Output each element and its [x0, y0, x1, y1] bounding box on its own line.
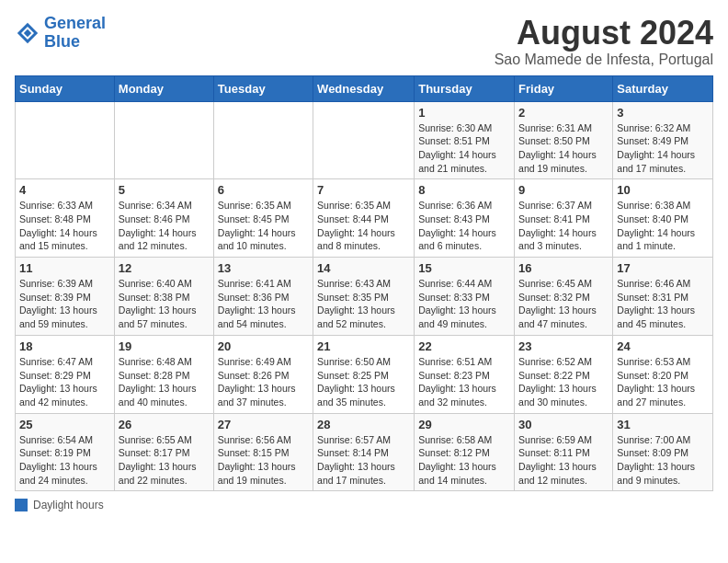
day-info: Sunrise: 6:55 AM Sunset: 8:17 PM Dayligh…: [119, 433, 210, 488]
day-info: Sunrise: 6:39 AM Sunset: 8:39 PM Dayligh…: [19, 277, 110, 331]
day-cell: 16Sunrise: 6:45 AM Sunset: 8:32 PM Dayli…: [515, 258, 613, 336]
day-cell: 21Sunrise: 6:50 AM Sunset: 8:25 PM Dayli…: [313, 335, 415, 413]
day-number: 12: [119, 261, 210, 275]
day-info: Sunrise: 6:56 AM Sunset: 8:15 PM Dayligh…: [218, 433, 309, 488]
day-info: Sunrise: 6:50 AM Sunset: 8:25 PM Dayligh…: [317, 355, 410, 409]
day-number: 24: [617, 339, 709, 353]
day-cell: [114, 101, 213, 179]
day-number: 10: [617, 183, 709, 197]
day-cell: 11Sunrise: 6:39 AM Sunset: 8:39 PM Dayli…: [16, 258, 115, 336]
day-info: Sunrise: 6:51 AM Sunset: 8:23 PM Dayligh…: [418, 355, 510, 409]
day-info: Sunrise: 7:00 AM Sunset: 8:09 PM Dayligh…: [617, 433, 709, 488]
logo-line2: Blue: [44, 33, 106, 52]
logo: General Blue: [15, 15, 106, 52]
day-info: Sunrise: 6:34 AM Sunset: 8:46 PM Dayligh…: [119, 199, 210, 253]
day-cell: 22Sunrise: 6:51 AM Sunset: 8:23 PM Dayli…: [415, 335, 515, 413]
day-number: 29: [418, 418, 510, 431]
calendar-table: SundayMondayTuesdayWednesdayThursdayFrid…: [15, 75, 713, 492]
day-cell: 5Sunrise: 6:34 AM Sunset: 8:46 PM Daylig…: [114, 179, 213, 258]
legend-label: Daylight hours: [33, 499, 104, 511]
day-info: Sunrise: 6:36 AM Sunset: 8:43 PM Dayligh…: [418, 199, 510, 253]
day-cell: 14Sunrise: 6:43 AM Sunset: 8:35 PM Dayli…: [313, 258, 415, 336]
week-row-1: 4Sunrise: 6:33 AM Sunset: 8:48 PM Daylig…: [16, 179, 713, 258]
day-cell: 25Sunrise: 6:54 AM Sunset: 8:19 PM Dayli…: [16, 413, 115, 491]
calendar-title: August 2024: [495, 15, 713, 52]
day-number: 26: [119, 418, 210, 431]
day-cell: 7Sunrise: 6:35 AM Sunset: 8:44 PM Daylig…: [313, 179, 415, 258]
day-cell: 1Sunrise: 6:30 AM Sunset: 8:51 PM Daylig…: [415, 101, 515, 179]
day-cell: 13Sunrise: 6:41 AM Sunset: 8:36 PM Dayli…: [213, 258, 313, 336]
day-cell: 18Sunrise: 6:47 AM Sunset: 8:29 PM Dayli…: [16, 335, 115, 413]
day-number: 28: [317, 418, 410, 431]
calendar-header: SundayMondayTuesdayWednesdayThursdayFrid…: [16, 75, 713, 101]
day-number: 3: [617, 106, 709, 120]
day-cell: 12Sunrise: 6:40 AM Sunset: 8:38 PM Dayli…: [114, 258, 213, 336]
column-header-friday: Friday: [515, 75, 613, 101]
day-cell: [16, 101, 115, 179]
column-header-thursday: Thursday: [415, 75, 515, 101]
column-header-wednesday: Wednesday: [313, 75, 415, 101]
day-info: Sunrise: 6:37 AM Sunset: 8:41 PM Dayligh…: [518, 199, 609, 253]
day-number: 22: [418, 339, 510, 353]
logo-text: General Blue: [44, 15, 106, 52]
day-cell: 30Sunrise: 6:59 AM Sunset: 8:11 PM Dayli…: [515, 413, 613, 491]
day-number: 4: [19, 183, 110, 197]
day-cell: 6Sunrise: 6:35 AM Sunset: 8:45 PM Daylig…: [213, 179, 313, 258]
day-number: 8: [418, 183, 510, 197]
day-number: 17: [617, 261, 709, 275]
day-info: Sunrise: 6:43 AM Sunset: 8:35 PM Dayligh…: [317, 277, 410, 331]
week-row-0: 1Sunrise: 6:30 AM Sunset: 8:51 PM Daylig…: [16, 101, 713, 179]
day-info: Sunrise: 6:31 AM Sunset: 8:50 PM Dayligh…: [518, 121, 609, 176]
day-cell: 24Sunrise: 6:53 AM Sunset: 8:20 PM Dayli…: [613, 335, 713, 413]
day-number: 18: [19, 339, 110, 353]
day-number: 5: [119, 183, 210, 197]
day-cell: 8Sunrise: 6:36 AM Sunset: 8:43 PM Daylig…: [415, 179, 515, 258]
day-number: 19: [119, 339, 210, 353]
day-cell: 31Sunrise: 7:00 AM Sunset: 8:09 PM Dayli…: [613, 413, 713, 491]
day-number: 25: [19, 418, 110, 431]
day-cell: 9Sunrise: 6:37 AM Sunset: 8:41 PM Daylig…: [515, 179, 613, 258]
column-header-sunday: Sunday: [16, 75, 115, 101]
day-number: 30: [518, 418, 609, 431]
day-number: 13: [218, 261, 309, 275]
day-info: Sunrise: 6:53 AM Sunset: 8:20 PM Dayligh…: [617, 355, 709, 409]
day-cell: [313, 101, 415, 179]
day-info: Sunrise: 6:47 AM Sunset: 8:29 PM Dayligh…: [19, 355, 110, 409]
day-number: 15: [418, 261, 510, 275]
day-info: Sunrise: 6:49 AM Sunset: 8:26 PM Dayligh…: [218, 355, 309, 409]
day-info: Sunrise: 6:44 AM Sunset: 8:33 PM Dayligh…: [418, 277, 510, 331]
day-info: Sunrise: 6:59 AM Sunset: 8:11 PM Dayligh…: [518, 433, 609, 488]
week-row-3: 18Sunrise: 6:47 AM Sunset: 8:29 PM Dayli…: [16, 335, 713, 413]
day-info: Sunrise: 6:35 AM Sunset: 8:45 PM Dayligh…: [218, 199, 309, 253]
day-cell: 4Sunrise: 6:33 AM Sunset: 8:48 PM Daylig…: [16, 179, 115, 258]
week-row-2: 11Sunrise: 6:39 AM Sunset: 8:39 PM Dayli…: [16, 258, 713, 336]
day-cell: 10Sunrise: 6:38 AM Sunset: 8:40 PM Dayli…: [613, 179, 713, 258]
day-cell: 15Sunrise: 6:44 AM Sunset: 8:33 PM Dayli…: [415, 258, 515, 336]
day-info: Sunrise: 6:33 AM Sunset: 8:48 PM Dayligh…: [19, 199, 110, 253]
day-number: 7: [317, 183, 410, 197]
column-header-monday: Monday: [114, 75, 213, 101]
day-number: 23: [518, 339, 609, 353]
legend: Daylight hours: [15, 499, 713, 511]
day-cell: 23Sunrise: 6:52 AM Sunset: 8:22 PM Dayli…: [515, 335, 613, 413]
day-info: Sunrise: 6:58 AM Sunset: 8:12 PM Dayligh…: [418, 433, 510, 488]
day-number: 16: [518, 261, 609, 275]
day-info: Sunrise: 6:32 AM Sunset: 8:49 PM Dayligh…: [617, 121, 709, 176]
legend-box: [15, 499, 28, 511]
logo-line1: General: [44, 14, 106, 32]
day-number: 6: [218, 183, 309, 197]
day-info: Sunrise: 6:54 AM Sunset: 8:19 PM Dayligh…: [19, 433, 110, 488]
day-cell: 28Sunrise: 6:57 AM Sunset: 8:14 PM Dayli…: [313, 413, 415, 491]
logo-icon: [15, 20, 40, 46]
day-cell: 26Sunrise: 6:55 AM Sunset: 8:17 PM Dayli…: [114, 413, 213, 491]
day-info: Sunrise: 6:46 AM Sunset: 8:31 PM Dayligh…: [617, 277, 709, 331]
day-cell: 29Sunrise: 6:58 AM Sunset: 8:12 PM Dayli…: [415, 413, 515, 491]
day-info: Sunrise: 6:41 AM Sunset: 8:36 PM Dayligh…: [218, 277, 309, 331]
day-number: 9: [518, 183, 609, 197]
day-info: Sunrise: 6:52 AM Sunset: 8:22 PM Dayligh…: [518, 355, 609, 409]
day-info: Sunrise: 6:40 AM Sunset: 8:38 PM Dayligh…: [119, 277, 210, 331]
day-number: 31: [617, 418, 709, 431]
day-number: 1: [418, 106, 510, 120]
calendar-subtitle: Sao Mamede de Infesta, Portugal: [495, 52, 713, 68]
day-info: Sunrise: 6:30 AM Sunset: 8:51 PM Dayligh…: [418, 121, 510, 176]
